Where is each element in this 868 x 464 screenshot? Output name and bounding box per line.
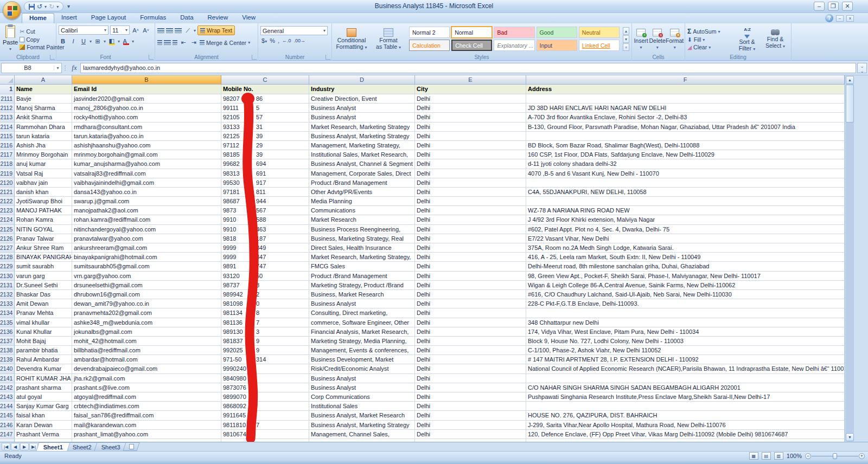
cell-mobile[interactable]: 9840980 <box>221 374 309 383</box>
close-button[interactable]: ✕ <box>842 2 853 11</box>
cell-mobile[interactable]: 9313331 <box>221 123 309 132</box>
cell-mobile[interactable]: 9818187 <box>221 234 309 243</box>
cell-city[interactable]: Delhi <box>415 318 526 327</box>
cell-address[interactable]: National Council of Applied Economic Res… <box>526 364 845 373</box>
style-linked-cell[interactable]: Linked Cell <box>579 40 620 51</box>
cell-city[interactable]: Delhi <box>415 374 526 383</box>
row-header[interactable]: 2146 <box>0 421 15 430</box>
cell-mobile[interactable]: 9899070 <box>221 392 309 402</box>
row-header[interactable]: 2128 <box>0 253 15 262</box>
cell-city[interactable]: Delhi <box>415 197 526 206</box>
font-family-select[interactable]: Calibri▾ <box>59 25 108 35</box>
font-size-select[interactable]: 11▾ <box>110 25 130 35</box>
style-good[interactable]: Good <box>537 27 577 38</box>
row-header[interactable]: 2114 <box>0 123 15 132</box>
cell-address[interactable]: WZ-78 A NARIANA RING ROAD NEW <box>526 206 845 215</box>
cell-city[interactable]: Delhi <box>415 299 526 308</box>
cell-city[interactable]: Delhi <box>415 225 526 234</box>
row-header[interactable]: 2121 <box>0 188 15 197</box>
row-header[interactable]: 2143 <box>0 392 15 402</box>
page-break-view-icon[interactable]: ▥ <box>774 452 783 460</box>
style-normal[interactable]: Normal <box>451 27 492 38</box>
name-box-dropdown-icon[interactable]: ▾ <box>54 66 61 70</box>
cell-email[interactable]: pranavtalwar@yahoo.com <box>72 234 221 243</box>
cell-address[interactable]: 120, Defence Enclave, (FF) Opp Preet Vih… <box>526 430 845 439</box>
sheet-tab-sheet1[interactable]: Sheet1 <box>36 442 70 451</box>
format-as-table-button[interactable]: Format as Table ▾ <box>371 25 406 53</box>
accounting-format-button[interactable]: $▾ <box>261 37 267 44</box>
cell-name[interactable]: Devendra Kumar <box>15 364 72 373</box>
cell-name[interactable]: Rahul Ambardar <box>15 355 72 364</box>
decrease-decimal-button[interactable]: .00→ <box>294 38 306 43</box>
autosum-button[interactable]: ΣAutoSum▾ <box>687 28 733 35</box>
cell-email[interactable]: dhrubown16@gmail.com <box>72 290 221 299</box>
cell-email[interactable]: swarup.j@gmail.com <box>72 197 221 206</box>
row-header[interactable]: 2116 <box>0 141 15 150</box>
borders-dropdown-icon[interactable]: ▾ <box>104 39 106 44</box>
cell-mobile[interactable]: 9810980 <box>221 299 309 308</box>
cell-city[interactable]: Delhi <box>415 94 526 104</box>
decrease-indent-icon[interactable]: ⇤ <box>179 38 188 47</box>
cell-city[interactable]: Delhi <box>415 123 526 132</box>
cell-email[interactable]: atgoyal@rediffmail.com <box>72 392 221 402</box>
font-color-dropdown-icon[interactable]: ▾ <box>132 39 134 44</box>
cell-address[interactable] <box>526 402 845 411</box>
cell-address[interactable] <box>526 197 845 206</box>
cell-email[interactable]: vrn.garg@yahoo.com <box>72 272 221 281</box>
row-header[interactable]: 2127 <box>0 243 15 253</box>
align-middle-icon[interactable] <box>166 28 173 33</box>
cell-mobile[interactable]: 9910588 <box>221 215 309 224</box>
cell-name[interactable]: Ankur Shree Ram <box>15 243 72 253</box>
cell-city[interactable]: Delhi <box>415 392 526 402</box>
cell-city[interactable]: Delhi <box>415 402 526 411</box>
cell-city[interactable]: Delhi <box>415 262 526 271</box>
cell-address[interactable] <box>526 132 845 141</box>
cell-city[interactable]: Delhi <box>415 178 526 188</box>
row-header[interactable]: 2132 <box>0 290 15 299</box>
cell-address[interactable]: HOUSE NO. 276, QAZIPURA, DIST. BAHRAICH <box>526 411 845 420</box>
number-dialog-launcher[interactable] <box>326 55 330 60</box>
cell-email[interactable]: pranavmehta202@gmail.com <box>72 308 221 318</box>
cell-mobile[interactable]: 98118107 <box>221 421 309 430</box>
header-cell-address[interactable]: Address <box>526 85 845 94</box>
cell-industry[interactable]: Financial Analysis, Market Research, <box>309 327 415 337</box>
workbook-minimize-icon[interactable]: – <box>836 15 844 22</box>
format-cells-button[interactable]: ✦ Format▾ <box>667 25 683 53</box>
cell-industry[interactable]: Business Process Reengineering, <box>309 225 415 234</box>
cell-email[interactable]: rocky4hotti@yahoo.com <box>72 113 221 122</box>
cell-address[interactable]: 228-C Pkt-F,G.T.B Enclave, Delhi-110093. <box>526 299 845 308</box>
cell-address[interactable]: J-299, Sarita Vihar,Near Apollo Hospital… <box>526 421 845 430</box>
cell-email[interactable]: rmdhara@consultant.com <box>72 123 221 132</box>
cell-email[interactable]: prashant.s@live.com <box>72 383 221 392</box>
cell-industry[interactable]: Market Research, Marketing Strategy, <box>309 253 415 262</box>
cell-email[interactable]: ankurshreeram@gmail.com <box>72 243 221 253</box>
cell-mobile[interactable]: 9873076 <box>221 383 309 392</box>
fill-color-dropdown-icon[interactable]: ▾ <box>118 39 120 44</box>
align-center-icon[interactable] <box>164 40 171 45</box>
cell-city[interactable]: Delhi <box>415 364 526 373</box>
cell-email[interactable]: manojpathak2@aol.com <box>72 206 221 215</box>
align-left-icon[interactable] <box>157 40 162 45</box>
column-header-e[interactable]: E <box>415 75 526 85</box>
cell-mobile[interactable]: 99530917 <box>221 178 309 188</box>
cell-address[interactable]: 98, Green View Apt., Pocket-F, Sheikh Sa… <box>526 272 845 281</box>
cell-name[interactable]: Rohan Kamra <box>15 215 72 224</box>
cell-city[interactable]: Delhi <box>415 281 526 290</box>
conditional-formatting-button[interactable]: Conditional Formatting ▾ <box>334 25 369 53</box>
cell-email[interactable]: mail@karandewan.com <box>72 421 221 430</box>
cell-name[interactable]: Manoj Sharma <box>15 104 72 113</box>
cell-mobile[interactable]: 98313691 <box>221 169 309 178</box>
style-explanatory[interactable]: Explanatory ... <box>494 40 534 51</box>
row-header[interactable]: 1 <box>0 85 15 94</box>
cell-industry[interactable]: Corp Communications <box>309 392 415 402</box>
cell-email[interactable]: devendrabajpaieco@gmail.com <box>72 364 221 373</box>
cell-name[interactable]: anuj kumar <box>15 159 72 169</box>
cell-industry[interactable]: Product /Brand Management <box>309 272 415 281</box>
percent-style-button[interactable]: % <box>270 37 275 44</box>
row-header[interactable]: 2136 <box>0 327 15 337</box>
cell-name[interactable]: Bavje <box>15 94 72 104</box>
increase-decimal-button[interactable]: ←.0 <box>282 38 291 43</box>
cell-city[interactable]: Delhi <box>415 150 526 159</box>
next-sheet-icon[interactable]: ▶ <box>20 443 29 450</box>
cell-city[interactable]: Delhi <box>415 355 526 364</box>
